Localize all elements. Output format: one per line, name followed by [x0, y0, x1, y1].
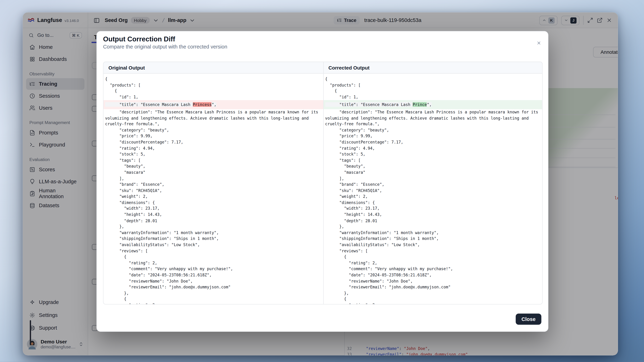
diff-line: "shippingInformation": "Ships in 1 month…: [324, 236, 542, 242]
diff-line: "availabilityStatus": "Low Stock",: [324, 242, 542, 248]
diff-line: "date": "2024-05-23T08:56:21.618Z",: [104, 272, 323, 278]
diff-line: "date": "2024-05-23T08:56:21.618Z",: [324, 272, 542, 278]
diff-line: "brand": "Essence",: [324, 182, 542, 188]
diff-line: "depth": 28.01: [324, 218, 542, 224]
diff-line: "beauty",: [324, 163, 542, 169]
diff-line: "id": 1,: [324, 94, 542, 100]
diff-line: {: [104, 88, 323, 94]
close-button[interactable]: Close: [516, 314, 541, 325]
diff-header: Original Output Corrected Output: [104, 62, 542, 74]
diff-line: "products": [: [324, 82, 542, 88]
diff-line: },: [104, 224, 323, 230]
diff-line: },: [324, 224, 542, 230]
diff-unchanged-segment: "title": "Essence Mascara Lash: [325, 102, 413, 107]
diff-line: "warrantyInformation": "1 month warranty…: [324, 230, 542, 236]
diff-line: "reviewerName": "John Doe",: [324, 278, 542, 284]
diff-line: "stock": 5,: [104, 151, 323, 157]
diff-line: "reviewerName": "John Doe",: [104, 278, 323, 284]
diff-line: "discountPercentage": 7.17,: [324, 139, 542, 145]
diff-line: "rating": 2,: [104, 260, 323, 266]
diff-line: "description": "The Essence Mascara Lash…: [324, 109, 542, 127]
diff-word-original: Princess: [193, 102, 212, 107]
diff-line: "weight": 2,: [324, 194, 542, 200]
original-output-header: Original Output: [104, 62, 323, 73]
diff-line: "width": 23.17,: [104, 206, 323, 212]
corrected-output-header: Corrected Output: [323, 62, 542, 73]
diff-line: "rating": 4.94,: [104, 145, 323, 151]
output-correction-diff-modal: Output Correction Diff Compare the origi…: [96, 31, 548, 332]
diff-line: "warrantyInformation": "1 month warranty…: [104, 230, 323, 236]
modal-subtitle: Compare the original output with the cor…: [103, 44, 227, 50]
diff-line: "discountPercentage": 7.17,: [104, 139, 323, 145]
diff-unchanged-segment: ",: [427, 102, 432, 107]
diff-line: "depth": 28.01: [104, 218, 323, 224]
diff-line: {: [104, 254, 323, 260]
diff-line: "rating": 2,: [324, 302, 542, 305]
diff-line: "dimensions": {: [324, 200, 542, 206]
diff-line: "sku": "RCH45Q1A",: [324, 188, 542, 194]
screenshot-stage: Langfuse v3.146.0 Go to... ⌘ K HomeDashb…: [0, 0, 644, 362]
diff-line: "reviewerEmail": "john.doe@x.dummyjson.c…: [324, 284, 542, 290]
corrected-output-column: { "products": [ { "id": 1, "title": "Ess…: [323, 74, 542, 305]
diff-line: {: [324, 296, 542, 302]
diff-line: "description": "The Essence Mascara Lash…: [104, 109, 323, 127]
diff-line: "shippingInformation": "Ships in 1 month…: [104, 236, 323, 242]
diff-line: {: [324, 88, 542, 94]
diff-line: "rating": 4.94,: [324, 145, 542, 151]
original-output-column: { "products": [ { "id": 1, "title": "Ess…: [104, 74, 323, 305]
diff-line: {: [324, 254, 542, 260]
diff-line: {: [104, 76, 323, 82]
diff-unchanged-segment: ",: [212, 102, 216, 107]
diff-container: Original Output Corrected Output { "prod…: [103, 61, 542, 304]
diff-line: "tags": [: [104, 157, 323, 163]
diff-changed-line-corrected: "title": "Essence Mascara Lash Prince",: [324, 100, 542, 109]
diff-line: "id": 1,: [104, 94, 323, 100]
diff-line: "tags": [: [324, 157, 542, 163]
diff-line: "price": 9.99,: [104, 133, 323, 139]
diff-line: "height": 14.43,: [324, 212, 542, 218]
diff-line: ],: [104, 176, 323, 182]
diff-line: "width": 23.17,: [324, 206, 542, 212]
diff-line: "weight": 2,: [104, 194, 323, 200]
diff-line: "reviews": [: [104, 248, 323, 254]
diff-line: "comment": "Very unhappy with my purchas…: [104, 266, 323, 272]
diff-line: "reviews": [: [324, 248, 542, 254]
modal-title: Output Correction Diff: [103, 35, 175, 43]
diff-line: "brand": "Essence",: [104, 182, 323, 188]
diff-line: "reviewerEmail": "john.doe@x.dummyjson.c…: [104, 284, 323, 290]
diff-line: "products": [: [104, 82, 323, 88]
diff-changed-line-original: "title": "Essence Mascara Lash Princess"…: [104, 100, 323, 109]
diff-line: {: [324, 76, 542, 82]
diff-line: "category": "beauty",: [324, 127, 542, 133]
diff-line: "price": 9.99,: [324, 133, 542, 139]
diff-line: "mascara": [324, 169, 542, 176]
diff-line: "rating": 2,: [104, 302, 323, 305]
diff-line: "height": 14.43,: [104, 212, 323, 218]
diff-line: "rating": 2,: [324, 260, 542, 266]
diff-line: "comment": "Very unhappy with my purchas…: [324, 266, 542, 272]
diff-line: "beauty",: [104, 163, 323, 169]
diff-unchanged-segment: "title": "Essence Mascara Lash: [105, 102, 193, 107]
diff-line: "mascara": [104, 169, 323, 176]
diff-line: "stock": 5,: [324, 151, 542, 157]
diff-line: },: [104, 290, 323, 296]
diff-line: "sku": "RCH45Q1A",: [104, 188, 323, 194]
diff-line: "dimensions": {: [104, 200, 323, 206]
diff-line: {: [104, 296, 323, 302]
modal-close-icon[interactable]: [536, 40, 541, 45]
diff-line: "category": "beauty",: [104, 127, 323, 133]
diff-line: ],: [324, 176, 542, 182]
diff-body[interactable]: { "products": [ { "id": 1, "title": "Ess…: [104, 74, 542, 305]
diff-line: "availabilityStatus": "Low Stock",: [104, 242, 323, 248]
diff-word-corrected: Prince: [413, 102, 427, 107]
diff-line: },: [324, 290, 542, 296]
